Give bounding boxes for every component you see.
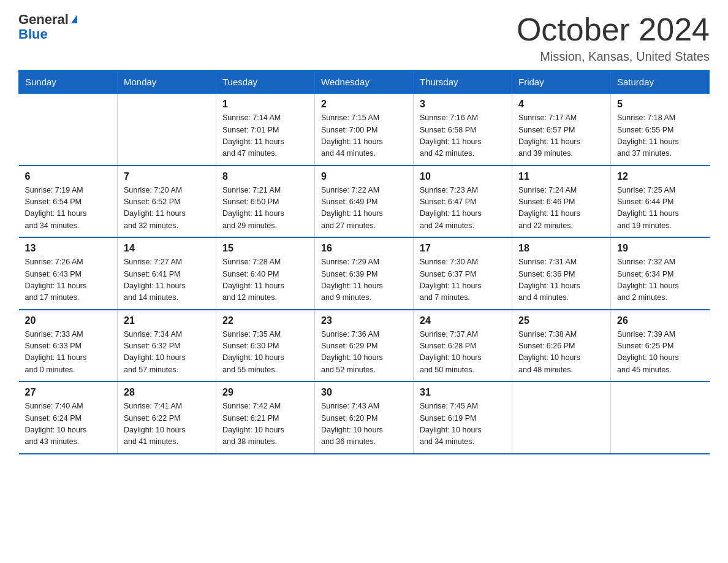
day-info: Sunrise: 7:16 AM Sunset: 6:58 PM Dayligh…: [420, 112, 506, 160]
day-number: 25: [518, 315, 604, 326]
day-number: 21: [124, 315, 210, 326]
day-info: Sunrise: 7:34 AM Sunset: 6:32 PM Dayligh…: [124, 329, 210, 377]
day-number: 16: [321, 243, 407, 254]
calendar-day-cell: [118, 94, 216, 166]
title-block: October 2024 Mission, Kansas, United Sta…: [517, 12, 710, 64]
day-of-week-header: Friday: [512, 71, 611, 94]
day-info: Sunrise: 7:24 AM Sunset: 6:46 PM Dayligh…: [518, 185, 604, 232]
day-info: Sunrise: 7:29 AM Sunset: 6:39 PM Dayligh…: [321, 256, 407, 304]
day-info: Sunrise: 7:25 AM Sunset: 6:44 PM Dayligh…: [617, 185, 703, 232]
day-number: 14: [124, 243, 210, 254]
day-info: Sunrise: 7:38 AM Sunset: 6:26 PM Dayligh…: [518, 329, 604, 377]
logo-triangle-icon: [71, 15, 77, 23]
day-info: Sunrise: 7:36 AM Sunset: 6:29 PM Dayligh…: [321, 329, 407, 377]
calendar-day-cell: [611, 381, 710, 454]
calendar-day-cell: 15Sunrise: 7:28 AM Sunset: 6:40 PM Dayli…: [216, 237, 315, 310]
day-number: 19: [617, 243, 703, 254]
calendar-day-cell: 14Sunrise: 7:27 AM Sunset: 6:41 PM Dayli…: [118, 237, 216, 310]
calendar-day-cell: 26Sunrise: 7:39 AM Sunset: 6:25 PM Dayli…: [611, 310, 710, 382]
day-number: 20: [25, 315, 112, 326]
logo: General Blue: [18, 12, 77, 42]
day-number: 4: [518, 99, 604, 110]
day-number: 5: [617, 99, 703, 110]
day-number: 23: [321, 315, 407, 326]
calendar-day-cell: 29Sunrise: 7:42 AM Sunset: 6:21 PM Dayli…: [216, 381, 315, 454]
day-number: 8: [222, 171, 308, 182]
day-info: Sunrise: 7:20 AM Sunset: 6:52 PM Dayligh…: [124, 185, 210, 232]
day-of-week-header: Sunday: [19, 71, 118, 94]
calendar-day-cell: 11Sunrise: 7:24 AM Sunset: 6:46 PM Dayli…: [512, 166, 611, 238]
day-of-week-header: Wednesday: [315, 71, 414, 94]
day-number: 26: [617, 315, 703, 326]
calendar-day-cell: 7Sunrise: 7:20 AM Sunset: 6:52 PM Daylig…: [118, 166, 216, 238]
calendar-day-cell: 30Sunrise: 7:43 AM Sunset: 6:20 PM Dayli…: [315, 381, 414, 454]
day-info: Sunrise: 7:17 AM Sunset: 6:57 PM Dayligh…: [518, 112, 604, 160]
day-number: 30: [321, 387, 407, 398]
calendar-day-cell: 21Sunrise: 7:34 AM Sunset: 6:32 PM Dayli…: [118, 310, 216, 382]
day-of-week-header: Saturday: [611, 71, 710, 94]
day-info: Sunrise: 7:26 AM Sunset: 6:43 PM Dayligh…: [25, 256, 112, 304]
day-info: Sunrise: 7:18 AM Sunset: 6:55 PM Dayligh…: [617, 112, 703, 160]
day-of-week-header: Tuesday: [216, 71, 315, 94]
day-number: 2: [321, 99, 407, 110]
day-number: 17: [420, 243, 506, 254]
calendar-day-cell: 22Sunrise: 7:35 AM Sunset: 6:30 PM Dayli…: [216, 310, 315, 382]
calendar-day-cell: 20Sunrise: 7:33 AM Sunset: 6:33 PM Dayli…: [19, 310, 118, 382]
day-info: Sunrise: 7:23 AM Sunset: 6:47 PM Dayligh…: [420, 185, 506, 232]
day-number: 24: [420, 315, 506, 326]
day-info: Sunrise: 7:35 AM Sunset: 6:30 PM Dayligh…: [222, 329, 308, 377]
calendar-day-cell: 13Sunrise: 7:26 AM Sunset: 6:43 PM Dayli…: [19, 237, 118, 310]
calendar-day-cell: 2Sunrise: 7:15 AM Sunset: 7:00 PM Daylig…: [315, 94, 414, 166]
calendar-day-cell: 8Sunrise: 7:21 AM Sunset: 6:50 PM Daylig…: [216, 166, 315, 238]
day-number: 9: [321, 171, 407, 182]
day-info: Sunrise: 7:19 AM Sunset: 6:54 PM Dayligh…: [25, 185, 112, 232]
logo-general-text: General: [18, 12, 69, 27]
day-number: 10: [420, 171, 506, 182]
calendar-day-cell: 6Sunrise: 7:19 AM Sunset: 6:54 PM Daylig…: [19, 166, 118, 238]
calendar-day-cell: 4Sunrise: 7:17 AM Sunset: 6:57 PM Daylig…: [512, 94, 611, 166]
day-info: Sunrise: 7:42 AM Sunset: 6:21 PM Dayligh…: [222, 400, 308, 448]
day-number: 12: [617, 171, 703, 182]
calendar-day-cell: 23Sunrise: 7:36 AM Sunset: 6:29 PM Dayli…: [315, 310, 414, 382]
day-info: Sunrise: 7:45 AM Sunset: 6:19 PM Dayligh…: [420, 400, 506, 448]
calendar-day-cell: 28Sunrise: 7:41 AM Sunset: 6:22 PM Dayli…: [118, 381, 216, 454]
day-of-week-header: Thursday: [414, 71, 512, 94]
day-number: 18: [518, 243, 604, 254]
calendar-day-cell: 18Sunrise: 7:31 AM Sunset: 6:36 PM Dayli…: [512, 237, 611, 310]
calendar-day-cell: 3Sunrise: 7:16 AM Sunset: 6:58 PM Daylig…: [414, 94, 512, 166]
calendar-day-cell: 19Sunrise: 7:32 AM Sunset: 6:34 PM Dayli…: [611, 237, 710, 310]
calendar-day-cell: 12Sunrise: 7:25 AM Sunset: 6:44 PM Dayli…: [611, 166, 710, 238]
calendar-day-cell: [512, 381, 611, 454]
calendar-day-cell: 27Sunrise: 7:40 AM Sunset: 6:24 PM Dayli…: [19, 381, 118, 454]
day-info: Sunrise: 7:43 AM Sunset: 6:20 PM Dayligh…: [321, 400, 407, 448]
day-of-week-header: Monday: [118, 71, 216, 94]
day-number: 6: [25, 171, 112, 182]
day-info: Sunrise: 7:41 AM Sunset: 6:22 PM Dayligh…: [124, 400, 210, 448]
calendar-week-row: 1Sunrise: 7:14 AM Sunset: 7:01 PM Daylig…: [19, 94, 710, 166]
logo-blue-text: Blue: [18, 27, 77, 42]
calendar-day-cell: [19, 94, 118, 166]
day-number: 31: [420, 387, 506, 398]
location: Mission, Kansas, United States: [517, 50, 710, 64]
day-number: 15: [222, 243, 308, 254]
day-number: 1: [222, 99, 308, 110]
calendar-day-cell: 25Sunrise: 7:38 AM Sunset: 6:26 PM Dayli…: [512, 310, 611, 382]
day-number: 11: [518, 171, 604, 182]
day-info: Sunrise: 7:33 AM Sunset: 6:33 PM Dayligh…: [25, 329, 112, 377]
calendar-day-cell: 9Sunrise: 7:22 AM Sunset: 6:49 PM Daylig…: [315, 166, 414, 238]
month-title: October 2024: [517, 12, 710, 47]
calendar-week-row: 20Sunrise: 7:33 AM Sunset: 6:33 PM Dayli…: [19, 310, 710, 382]
day-info: Sunrise: 7:32 AM Sunset: 6:34 PM Dayligh…: [617, 256, 703, 304]
calendar-day-cell: 1Sunrise: 7:14 AM Sunset: 7:01 PM Daylig…: [216, 94, 315, 166]
calendar-day-cell: 17Sunrise: 7:30 AM Sunset: 6:37 PM Dayli…: [414, 237, 512, 310]
day-number: 13: [25, 243, 112, 254]
calendar-day-cell: 16Sunrise: 7:29 AM Sunset: 6:39 PM Dayli…: [315, 237, 414, 310]
calendar-week-row: 6Sunrise: 7:19 AM Sunset: 6:54 PM Daylig…: [19, 166, 710, 238]
day-number: 22: [222, 315, 308, 326]
calendar-day-cell: 5Sunrise: 7:18 AM Sunset: 6:55 PM Daylig…: [611, 94, 710, 166]
day-info: Sunrise: 7:28 AM Sunset: 6:40 PM Dayligh…: [222, 256, 308, 304]
day-number: 28: [124, 387, 210, 398]
calendar-day-cell: 10Sunrise: 7:23 AM Sunset: 6:47 PM Dayli…: [414, 166, 512, 238]
day-number: 3: [420, 99, 506, 110]
day-info: Sunrise: 7:21 AM Sunset: 6:50 PM Dayligh…: [222, 185, 308, 232]
